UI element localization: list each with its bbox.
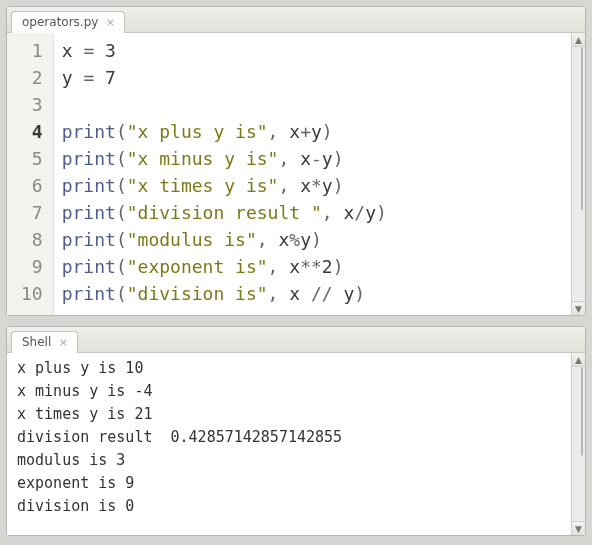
close-icon[interactable]: × — [104, 16, 116, 28]
editor-tabstrip: operators.py × — [7, 7, 585, 33]
shell-tabstrip: Shell × — [7, 327, 585, 353]
scroll-up-icon[interactable]: ▲ — [572, 353, 585, 367]
scroll-down-icon[interactable]: ▼ — [572, 301, 585, 315]
scroll-thumb[interactable] — [581, 47, 583, 210]
editor-scrollbar[interactable]: ▲ ▼ — [571, 33, 585, 315]
shell-panel: Shell × x plus y is 10 x minus y is -4 x… — [6, 326, 586, 536]
scroll-up-icon[interactable]: ▲ — [572, 33, 585, 47]
scroll-down-icon[interactable]: ▼ — [572, 521, 585, 535]
editor-content: 12345678910 x = 3 y = 7 print("x plus y … — [7, 33, 585, 315]
code-text[interactable]: x = 3 y = 7 print("x plus y is", x+y) pr… — [54, 33, 395, 315]
scroll-thumb[interactable] — [581, 367, 583, 456]
tab-label: operators.py — [22, 15, 98, 29]
tab-shell[interactable]: Shell × — [11, 331, 78, 353]
close-icon[interactable]: × — [57, 336, 69, 348]
tab-operators-py[interactable]: operators.py × — [11, 11, 125, 33]
editor-panel: operators.py × 12345678910 x = 3 y = 7 p… — [6, 6, 586, 316]
shell-content: x plus y is 10 x minus y is -4 x times y… — [7, 353, 585, 535]
tab-label: Shell — [22, 335, 51, 349]
code-editor[interactable]: 12345678910 x = 3 y = 7 print("x plus y … — [7, 33, 571, 315]
line-gutter: 12345678910 — [7, 33, 54, 315]
shell-output[interactable]: x plus y is 10 x minus y is -4 x times y… — [7, 353, 571, 535]
shell-scrollbar[interactable]: ▲ ▼ — [571, 353, 585, 535]
